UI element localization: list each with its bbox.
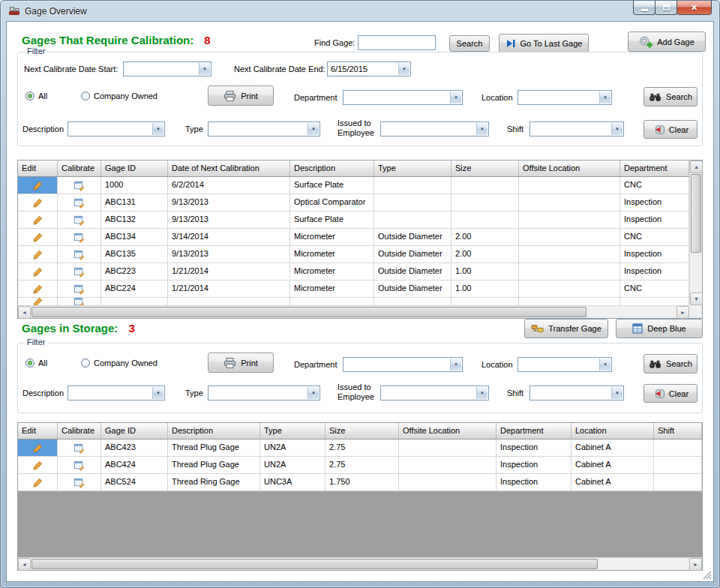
cell[interactable]: Outside Diameter — [374, 280, 452, 297]
cell[interactable]: 9/13/2013 — [168, 212, 290, 228]
column-header[interactable]: Description — [168, 423, 260, 439]
scroll-track[interactable] — [690, 173, 702, 292]
column-header[interactable]: Gage ID — [101, 160, 168, 176]
cell[interactable] — [452, 177, 519, 194]
cell[interactable]: 3/14/2014 — [168, 229, 290, 245]
cell[interactable]: 1/21/2014 — [168, 280, 290, 297]
filter-search-button[interactable]: Search — [644, 354, 698, 374]
vertical-scrollbar[interactable]: ▲ ▼ — [689, 160, 702, 305]
edit-icon[interactable] — [18, 246, 58, 262]
radio-company-owned[interactable]: Company Owned — [81, 92, 158, 100]
cell[interactable]: 1000 — [101, 177, 168, 194]
edit-icon[interactable] — [18, 280, 58, 297]
resize-grip[interactable] — [702, 570, 712, 580]
cell[interactable]: Inspection — [620, 212, 689, 228]
cell[interactable] — [452, 212, 519, 228]
calibrate-icon[interactable] — [58, 280, 101, 297]
calibrate-icon[interactable] — [58, 474, 101, 490]
table-row[interactable]: ABC2231/21/2014MicrometerOutside Diamete… — [18, 263, 689, 280]
column-header[interactable]: Size — [326, 423, 399, 439]
column-header[interactable]: Size — [452, 160, 519, 176]
find-search-button[interactable]: Search — [449, 35, 490, 52]
cell[interactable] — [519, 298, 620, 305]
table-row[interactable]: ABC524Thread Ring GageUNC3A1.750Inspecti… — [18, 474, 702, 491]
cell[interactable] — [654, 474, 702, 490]
edit-icon[interactable] — [18, 229, 58, 245]
cell[interactable]: Outside Diameter — [374, 229, 452, 245]
cell[interactable]: Cabinet A — [572, 457, 654, 473]
issued-to-employee-select[interactable]: ▼ — [380, 122, 489, 136]
cell[interactable]: Inspection — [496, 440, 572, 456]
table-row[interactable]: ABC1329/13/2013Surface PlateInspection — [18, 212, 689, 229]
go-to-last-gage-button[interactable]: Go To Last Gage — [499, 34, 589, 52]
print-button[interactable]: Print — [208, 86, 274, 106]
calibrate-icon[interactable] — [58, 298, 101, 305]
cell[interactable] — [654, 457, 702, 473]
radio-all[interactable]: All — [26, 92, 47, 100]
cell[interactable] — [399, 474, 496, 490]
edit-icon[interactable] — [18, 177, 58, 194]
calibrate-icon[interactable] — [58, 263, 101, 280]
cell[interactable]: CNC — [620, 229, 689, 245]
cell[interactable] — [654, 440, 702, 456]
date-start-select[interactable]: ▼ — [123, 62, 212, 76]
calibrate-icon[interactable] — [58, 229, 101, 245]
cell[interactable]: Thread Plug Gage — [168, 457, 260, 473]
cell[interactable]: Cabinet A — [572, 440, 654, 456]
calibrate-icon[interactable] — [58, 440, 101, 456]
scroll-down-icon[interactable]: ▼ — [690, 292, 703, 305]
edit-icon[interactable] — [18, 263, 58, 280]
cell[interactable]: Inspection — [620, 263, 689, 280]
cell[interactable]: Inspection — [620, 194, 689, 211]
cell[interactable]: Inspection — [496, 457, 572, 473]
description-select[interactable]: ▼ — [68, 386, 165, 400]
edit-icon[interactable] — [18, 474, 58, 490]
location-select[interactable]: ▼ — [518, 357, 612, 372]
cell[interactable]: Surface Plate — [290, 177, 374, 194]
type-select[interactable]: ▼ — [208, 122, 320, 136]
scroll-left-icon[interactable]: ◄ — [18, 306, 31, 319]
cell[interactable]: Outside Diameter — [374, 263, 452, 280]
cell[interactable] — [168, 298, 290, 305]
table-row[interactable]: 10006/2/2014Surface PlateCNC — [18, 177, 689, 194]
scroll-right-icon[interactable]: ► — [676, 306, 689, 319]
cell[interactable] — [519, 229, 620, 245]
calibrate-icon[interactable] — [58, 457, 101, 473]
column-header[interactable]: Offsite Location — [519, 160, 620, 176]
cell[interactable]: UNC3A — [260, 474, 326, 490]
issued-to-employee-select[interactable]: ▼ — [380, 386, 489, 400]
cell[interactable]: Cabinet A — [572, 474, 654, 490]
scroll-thumb[interactable] — [691, 174, 701, 253]
location-select[interactable]: ▼ — [518, 90, 612, 105]
close-button[interactable]: ✕ — [676, 1, 712, 15]
minimize-button[interactable] — [633, 1, 656, 15]
cell[interactable]: Inspection — [496, 474, 572, 490]
cell[interactable]: ABC223 — [101, 263, 168, 280]
edit-icon[interactable] — [18, 440, 58, 456]
column-header[interactable]: Department — [496, 423, 572, 439]
titlebar[interactable]: Gage Overview — [1, 1, 719, 22]
cell[interactable] — [399, 457, 496, 473]
column-header[interactable]: Calibrate — [58, 160, 101, 176]
column-header[interactable]: Gage ID — [101, 423, 168, 439]
edit-icon[interactable] — [18, 194, 58, 211]
date-end-select[interactable]: 6/15/2015 ▼ — [327, 62, 411, 76]
column-header[interactable]: Calibrate — [58, 423, 101, 439]
horizontal-scrollbar[interactable]: ◄ ► — [18, 557, 702, 570]
cell[interactable] — [290, 298, 374, 305]
cell[interactable]: 9/13/2013 — [168, 194, 290, 211]
cell[interactable] — [519, 177, 620, 194]
cell[interactable]: ABC132 — [101, 212, 168, 228]
cell[interactable]: 2.75 — [326, 457, 399, 473]
column-header[interactable]: Type — [260, 423, 326, 439]
table-row[interactable]: ABC1343/14/2014MicrometerOutside Diamete… — [18, 229, 689, 246]
cell[interactable]: 2.00 — [452, 246, 519, 262]
transfer-gage-button[interactable]: Transfer Gage — [524, 319, 608, 338]
column-header[interactable]: Edit — [18, 423, 58, 439]
table-row[interactable]: ABC1319/13/2013Optical ComparatorInspect… — [18, 194, 689, 212]
cell[interactable]: CNC — [620, 177, 689, 194]
cell[interactable]: 2.00 — [452, 229, 519, 245]
print-button[interactable]: Print — [208, 352, 274, 373]
scroll-up-icon[interactable]: ▲ — [690, 160, 703, 173]
department-select[interactable]: ▼ — [343, 357, 463, 372]
